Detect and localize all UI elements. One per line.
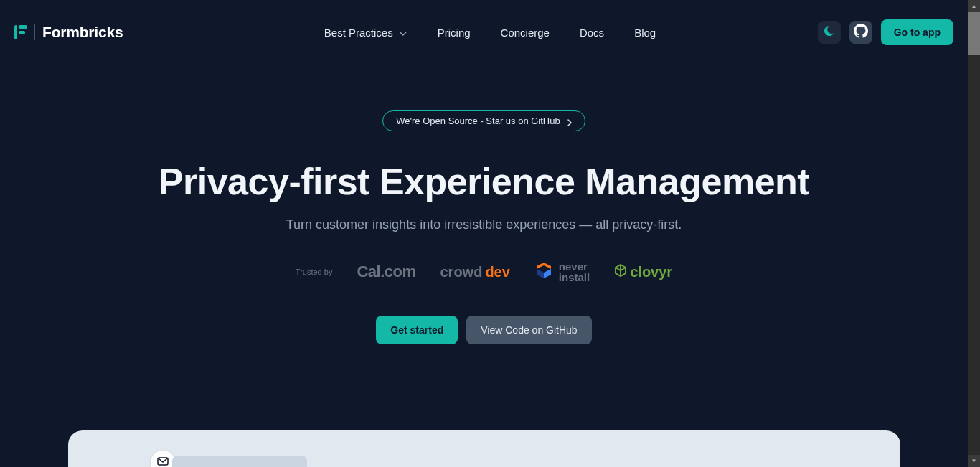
logo-icon [14, 25, 27, 39]
svg-rect-0 [14, 25, 17, 39]
logo-divider [34, 24, 35, 40]
moon-icon [824, 25, 835, 39]
mail-icon [157, 456, 169, 467]
hero-headline: Privacy-first Experience Management [159, 160, 809, 203]
vertical-scrollbar[interactable]: ▲ ▼ [968, 0, 980, 467]
hero-subtitle: Turn customer insights into irresistible… [286, 217, 682, 232]
brand-logo[interactable]: Formbricks [14, 24, 123, 41]
nav-actions: Go to app [818, 19, 953, 45]
scrollbar-thumb[interactable] [968, 12, 980, 55]
nav-pricing[interactable]: Pricing [438, 27, 471, 39]
sub-text: Turn customer insights into irresistible… [286, 217, 596, 232]
nav-docs[interactable]: Docs [580, 27, 604, 39]
chevron-right-icon [566, 118, 573, 125]
privacy-link[interactable]: all privacy-first. [595, 217, 682, 232]
top-nav: Formbricks Best Practices Pricing Concie… [0, 0, 968, 47]
github-icon [854, 24, 868, 41]
cube-icon [614, 264, 627, 280]
logo-neverinstall: never install [534, 261, 590, 283]
view-code-button[interactable]: View Code on GitHub [466, 316, 591, 344]
cta-label: Go to app [894, 27, 941, 38]
go-to-app-button[interactable]: Go to app [881, 19, 953, 45]
svg-rect-2 [19, 31, 25, 34]
nav-label: Concierge [501, 27, 550, 39]
nav-label: Docs [580, 27, 604, 39]
theme-toggle-button[interactable] [818, 21, 841, 44]
scroll-up-icon[interactable]: ▲ [968, 0, 980, 12]
get-started-button[interactable]: Get started [376, 316, 458, 344]
logo-clovyr: clovyr [614, 264, 672, 280]
nav-label: Pricing [438, 27, 471, 39]
hero-buttons: Get started View Code on GitHub [376, 316, 591, 344]
open-source-pill[interactable]: We're Open Source - Star us on GitHub [382, 110, 585, 131]
nav-blog[interactable]: Blog [634, 27, 656, 39]
svg-rect-1 [19, 25, 27, 29]
scroll-down-icon[interactable]: ▼ [968, 455, 980, 467]
nav-concierge[interactable]: Concierge [501, 27, 550, 39]
logo-crowddev: crowddev [440, 264, 509, 280]
preview-panel [68, 430, 900, 467]
button-label: View Code on GitHub [481, 324, 577, 336]
pill-label: We're Open Source - Star us on GitHub [396, 115, 560, 126]
logo-cal: Cal.com [357, 263, 415, 281]
mail-bubble [151, 451, 175, 467]
preview-row [172, 456, 307, 467]
nav-best-practices[interactable]: Best Practices [324, 27, 407, 39]
nav-label: Blog [634, 27, 656, 39]
trusted-row: Trusted by Cal.com crowddev never instal… [296, 261, 672, 283]
trusted-label: Trusted by [296, 268, 333, 276]
brand-name: Formbricks [42, 24, 123, 41]
nav-links: Best Practices Pricing Concierge Docs Bl… [324, 27, 656, 39]
nav-label: Best Practices [324, 27, 393, 39]
button-label: Get started [390, 324, 443, 336]
hero-section: We're Open Source - Star us on GitHub Pr… [0, 47, 968, 467]
github-link[interactable] [849, 21, 872, 44]
chevron-down-icon [399, 28, 407, 37]
cube-icon [534, 261, 553, 283]
